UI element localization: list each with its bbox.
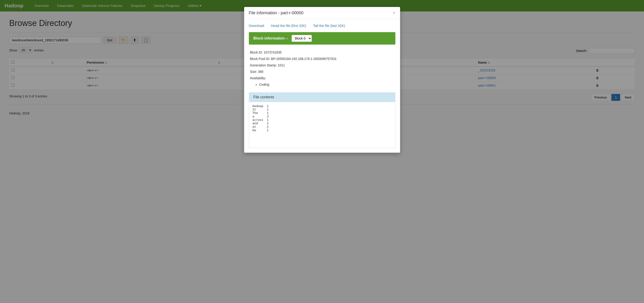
file-contents-body[interactable]: Hadoop 1 It 1 The 1 a 3 across 1 and 2 a…	[249, 102, 395, 122]
generation-stamp: Generation Stamp: 1011	[250, 62, 394, 69]
block-pool-id: Block Pool ID: BP-20550184-192.168.179.1…	[250, 56, 394, 62]
block-id: Block ID: 1073741835	[250, 49, 394, 56]
availability-list: Coding	[259, 81, 394, 88]
block-size: Size: 368	[250, 69, 394, 75]
availability-label: Availability:	[250, 75, 394, 81]
modal-title: File information - part-r-00000	[249, 11, 304, 16]
tail-file-link[interactable]: Tail the file (last 32K)	[313, 24, 345, 28]
file-contents-header: File contents	[249, 92, 395, 102]
block-select[interactable]: Block 0	[292, 35, 312, 42]
block-info-label: Block information --	[254, 36, 288, 41]
head-file-link[interactable]: Head the file (first 32K)	[271, 24, 306, 28]
modal-body: Download Head the file (first 32K) Tail …	[244, 19, 400, 122]
modal-links: Download Head the file (first 32K) Tail …	[249, 24, 395, 28]
modal-close-button[interactable]: ×	[393, 11, 395, 16]
file-info-modal: File information - part-r-00000 × Downlo…	[244, 7, 400, 122]
block-details: Block ID: 1073741835 Block Pool ID: BP-2…	[249, 49, 395, 92]
block-info-header: Block information -- Block 0	[249, 32, 395, 45]
modal-overlay: File information - part-r-00000 × Downlo…	[0, 0, 644, 122]
download-link[interactable]: Download	[249, 24, 264, 28]
file-contents-section: File contents Hadoop 1 It 1 The 1 a 3 ac…	[249, 92, 395, 122]
modal-header: File information - part-r-00000 ×	[244, 7, 400, 19]
availability-item-0: Coding	[259, 81, 394, 88]
